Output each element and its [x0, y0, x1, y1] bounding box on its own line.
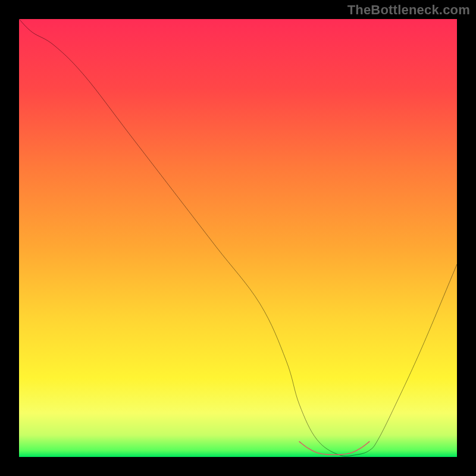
watermark-text: TheBottleneck.com [347, 2, 470, 18]
bottleneck-curve [19, 19, 457, 456]
chart-frame: TheBottleneck.com [0, 0, 476, 476]
optimal-range-highlight [299, 441, 369, 455]
curve-layer [19, 19, 457, 457]
plot-area [19, 19, 457, 457]
